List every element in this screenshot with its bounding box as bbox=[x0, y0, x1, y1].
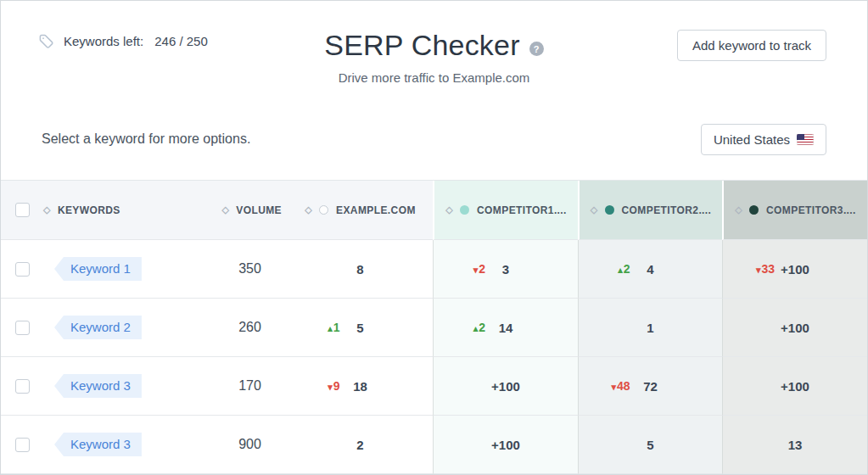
up-arrow-icon: ▴ bbox=[618, 265, 623, 275]
column-header-volume[interactable]: ◇VOLUME bbox=[212, 181, 288, 240]
column-header-competitor2[interactable]: ◇COMPETITOR2.... bbox=[578, 181, 722, 240]
rank-value: +100 bbox=[781, 379, 809, 394]
column-header-example[interactable]: ◇EXAMPLE.COM bbox=[288, 181, 433, 240]
rank-value: +100 bbox=[781, 262, 809, 277]
volume-cell: 260 bbox=[212, 299, 288, 357]
column-header-keywords[interactable]: ◇KEYWORDS bbox=[43, 181, 212, 240]
country-selector[interactable]: United States bbox=[701, 124, 826, 155]
rank-change-down: ▾2 bbox=[473, 262, 485, 276]
keyword-cell: Keyword 3 bbox=[43, 416, 212, 474]
competitor2-marker-icon bbox=[605, 205, 614, 215]
down-arrow-icon: ▾ bbox=[473, 265, 479, 275]
page-title: SERP Checker bbox=[324, 29, 519, 62]
rank-change-up: ▴2 bbox=[473, 321, 485, 334]
volume-cell: 900 bbox=[212, 416, 288, 474]
competitor1-rank-cell: +100 bbox=[433, 416, 578, 474]
example-rank-cell: ▾918 bbox=[288, 357, 433, 416]
row-checkbox[interactable] bbox=[15, 438, 30, 452]
select-keyword-hint: Select a keyword for more options. bbox=[42, 131, 250, 147]
add-keyword-button[interactable]: Add keyword to track bbox=[677, 30, 826, 61]
down-arrow-icon: ▾ bbox=[611, 382, 616, 392]
row-checkbox[interactable] bbox=[15, 379, 30, 394]
competitor3-rank-cell: +100 bbox=[722, 299, 867, 357]
help-icon[interactable]: ? bbox=[529, 42, 544, 56]
row-checkbox-cell bbox=[1, 240, 43, 299]
rank-change-down: ▾33 bbox=[756, 262, 775, 276]
rank-value: 2 bbox=[356, 438, 363, 452]
row-checkbox-cell bbox=[1, 357, 43, 416]
competitor2-rank-cell: 5 bbox=[578, 416, 722, 474]
column-header-label: VOLUME bbox=[236, 204, 282, 216]
rank-value: 14 bbox=[499, 321, 513, 335]
competitor1-rank-cell: ▴214 bbox=[433, 299, 578, 357]
keywords-left-label: Keywords left: bbox=[64, 34, 143, 48]
up-arrow-icon: ▴ bbox=[328, 323, 333, 333]
sort-icon[interactable]: ◇ bbox=[305, 204, 312, 215]
rank-value: +100 bbox=[491, 379, 520, 394]
country-selector-label: United States bbox=[714, 132, 790, 147]
keyword-tag[interactable]: Keyword 3 bbox=[54, 433, 142, 456]
up-arrow-icon: ▴ bbox=[473, 323, 479, 333]
row-checkbox[interactable] bbox=[15, 321, 30, 335]
competitor1-marker-icon bbox=[460, 205, 469, 215]
keyword-tag[interactable]: Keyword 2 bbox=[54, 316, 142, 339]
sort-icon[interactable]: ◇ bbox=[735, 204, 742, 215]
column-header-label: EXAMPLE.COM bbox=[336, 204, 416, 216]
rank-value: 5 bbox=[647, 438, 653, 452]
rank-change-down: ▾48 bbox=[611, 379, 630, 393]
rank-value: 3 bbox=[502, 262, 509, 277]
volume-value: 260 bbox=[238, 320, 261, 335]
rank-value: 13 bbox=[788, 438, 803, 452]
sort-icon[interactable]: ◇ bbox=[221, 204, 229, 215]
tag-icon bbox=[38, 33, 54, 49]
competitor2-rank-cell: ▾4872 bbox=[578, 357, 722, 416]
keywords-left-counter: Keywords left:246 / 250 bbox=[38, 33, 208, 49]
rank-value: 18 bbox=[353, 379, 367, 394]
row-checkbox-cell bbox=[1, 299, 43, 357]
rank-value: 4 bbox=[647, 262, 653, 277]
column-header-competitor3[interactable]: ◇COMPETITOR3.... bbox=[722, 181, 867, 240]
rank-change-down: ▾9 bbox=[328, 379, 339, 393]
column-header-label: COMPETITOR2.... bbox=[622, 204, 712, 216]
sort-icon[interactable]: ◇ bbox=[445, 204, 453, 215]
sort-icon[interactable]: ◇ bbox=[591, 204, 598, 215]
column-header-label: COMPETITOR1.... bbox=[477, 204, 567, 216]
rank-value: 72 bbox=[643, 379, 658, 394]
volume-value: 350 bbox=[238, 261, 261, 277]
rank-value: 8 bbox=[356, 262, 363, 277]
volume-cell: 170 bbox=[212, 357, 288, 416]
column-header-label: COMPETITOR3.... bbox=[766, 204, 856, 216]
volume-value: 170 bbox=[238, 378, 261, 394]
sort-icon[interactable]: ◇ bbox=[43, 204, 51, 215]
volume-cell: 350 bbox=[212, 240, 288, 299]
keyword-cell: Keyword 1 bbox=[43, 240, 212, 299]
us-flag-icon bbox=[797, 134, 814, 145]
competitor3-rank-cell: ▾33+100 bbox=[722, 240, 867, 299]
select-all-checkbox[interactable] bbox=[15, 203, 30, 217]
rank-table: ◇KEYWORDS◇VOLUME◇EXAMPLE.COM◇COMPETITOR1… bbox=[1, 180, 867, 474]
example-rank-cell: ▴15 bbox=[288, 299, 433, 357]
serp-checker-card: Keywords left:246 / 250 SERP Checker ? D… bbox=[0, 0, 868, 475]
competitor1-rank-cell: +100 bbox=[433, 357, 578, 416]
page-subtitle: Drive more traffic to Example.com bbox=[1, 70, 867, 85]
volume-value: 900 bbox=[238, 437, 261, 452]
example-marker-icon bbox=[319, 205, 328, 215]
competitor3-rank-cell: 13 bbox=[722, 416, 867, 474]
select-all-cell bbox=[1, 181, 43, 240]
column-header-label: KEYWORDS bbox=[58, 204, 120, 216]
competitor1-rank-cell: ▾23 bbox=[433, 240, 578, 299]
rank-value: +100 bbox=[491, 438, 520, 452]
rank-change-up: ▴2 bbox=[618, 262, 630, 276]
competitor3-rank-cell: +100 bbox=[722, 357, 867, 416]
down-arrow-icon: ▾ bbox=[328, 382, 333, 392]
column-header-competitor1[interactable]: ◇COMPETITOR1.... bbox=[433, 181, 578, 240]
keyword-cell: Keyword 2 bbox=[43, 299, 212, 357]
rank-value: 5 bbox=[356, 321, 363, 335]
down-arrow-icon: ▾ bbox=[756, 265, 761, 275]
example-rank-cell: 8 bbox=[288, 240, 433, 299]
keyword-tag[interactable]: Keyword 1 bbox=[54, 257, 142, 281]
competitor2-rank-cell: ▴24 bbox=[578, 240, 722, 299]
rank-change-up: ▴1 bbox=[328, 321, 339, 334]
row-checkbox[interactable] bbox=[15, 262, 30, 277]
keyword-tag[interactable]: Keyword 3 bbox=[54, 374, 142, 398]
